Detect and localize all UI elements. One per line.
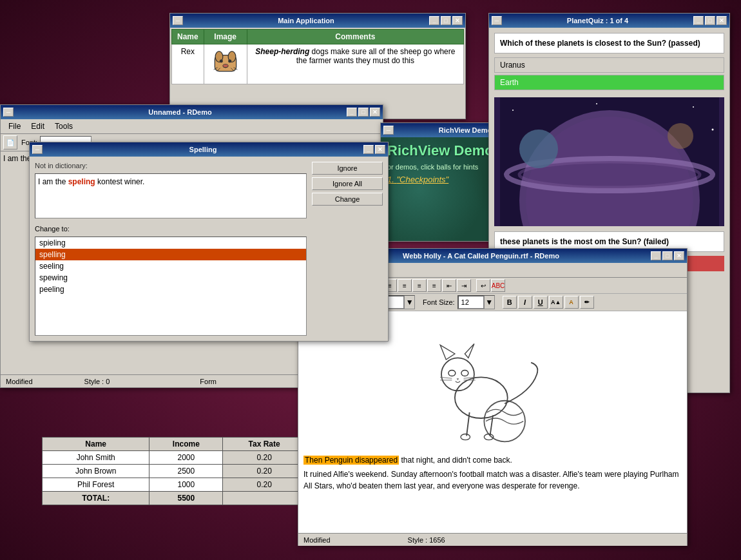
indent-more-btn[interactable]: ⇥ bbox=[457, 279, 471, 292]
color-btn[interactable]: A▲ bbox=[549, 296, 563, 309]
phil-forest-income: 1000 bbox=[149, 478, 223, 492]
earth-label: Earth bbox=[500, 78, 519, 87]
rdemo-minimize-btn[interactable]: _ bbox=[347, 108, 357, 117]
rex-image-cell bbox=[204, 44, 247, 84]
quiz-left-controls: ─ bbox=[492, 16, 502, 25]
rdemo-status-modified: Modified bbox=[6, 378, 33, 385]
richview-system-btn[interactable]: ─ bbox=[383, 126, 394, 135]
dog-icon bbox=[209, 47, 242, 79]
main-application-window: ─ Main Application _ □ ✕ Name Image Comm… bbox=[169, 13, 466, 119]
rdemo-close-btn[interactable]: ✕ bbox=[370, 108, 380, 117]
change-button[interactable]: Change bbox=[312, 193, 383, 206]
new-doc-btn[interactable]: 📄 bbox=[3, 135, 17, 150]
main-app-right-controls[interactable]: _ □ ✕ bbox=[429, 16, 463, 25]
paragraph-2: It ruined Alfie's weekend. Sunday aftern… bbox=[303, 468, 682, 492]
rdemo-maximize-btn[interactable]: □ bbox=[358, 108, 369, 117]
quiz-q2-text: these planets is the most om the Sun? (f… bbox=[500, 237, 669, 246]
webb-maximize-btn[interactable]: □ bbox=[662, 251, 673, 260]
suggestion-spieling[interactable]: spieling bbox=[35, 237, 306, 249]
main-app-close-btn[interactable]: ✕ bbox=[452, 16, 463, 25]
align-center-btn[interactable]: ≡ bbox=[398, 279, 412, 292]
webb-minimize-btn[interactable]: _ bbox=[651, 251, 661, 260]
webb-statusbar: Modified Style : 1656 bbox=[298, 533, 687, 546]
john-brown-rate: 0.20 bbox=[223, 465, 306, 478]
spelling-body: Not in dictionary: I am the speling kont… bbox=[30, 157, 388, 341]
align-justify-btn[interactable]: ≡ bbox=[427, 279, 441, 292]
spelling-text-after: kontest winer. bbox=[95, 177, 145, 186]
main-app-titlebar[interactable]: ─ Main Application _ □ ✕ bbox=[170, 14, 465, 28]
spelling-title: Spelling bbox=[43, 146, 363, 153]
quiz-minimize-btn[interactable]: _ bbox=[693, 16, 704, 25]
highlight-btn[interactable]: A bbox=[564, 296, 579, 309]
suggestion-peeling[interactable]: peeling bbox=[35, 284, 306, 295]
main-app-system-btn[interactable]: ─ bbox=[173, 16, 183, 25]
spelling-close-btn[interactable]: ✕ bbox=[375, 145, 385, 154]
undo-btn[interactable]: ↩ bbox=[476, 279, 490, 292]
underline-btn[interactable]: U bbox=[534, 296, 548, 309]
tax-name-header: Name bbox=[43, 438, 149, 451]
strikethrough-btn[interactable]: ✏ bbox=[580, 296, 594, 309]
file-menu[interactable]: File bbox=[3, 121, 26, 132]
total-rate bbox=[223, 492, 306, 505]
rdemo-right-controls[interactable]: _ □ ✕ bbox=[347, 108, 380, 117]
main-app-maximize-btn[interactable]: □ bbox=[441, 16, 451, 25]
link-text[interactable]: "Checkpoints" bbox=[396, 175, 448, 184]
main-app-left-controls: ─ bbox=[173, 16, 183, 25]
tax-row-phil-forest: Phil Forest 1000 0.20 bbox=[43, 478, 306, 492]
webb-right-controls[interactable]: _ □ ✕ bbox=[651, 251, 684, 260]
font-size-selector[interactable]: 12 ▼ bbox=[457, 295, 495, 309]
suggestion-spewing[interactable]: spewing bbox=[35, 272, 306, 284]
quiz-right-controls[interactable]: _ □ ✕ bbox=[693, 16, 727, 25]
planet-scene bbox=[500, 97, 719, 226]
quiz-system-btn[interactable]: ─ bbox=[492, 16, 502, 25]
main-app-minimize-btn[interactable]: _ bbox=[429, 16, 439, 25]
ignore-all-button[interactable]: Ignore All bbox=[312, 177, 383, 190]
rex-name-cell: Rex bbox=[172, 44, 204, 84]
rex-comments-cell: Sheep-herding dogs make sure all of the … bbox=[247, 44, 463, 84]
quiz-titlebar[interactable]: ─ PlanetQuiz : 1 of 4 _ □ ✕ bbox=[489, 14, 729, 28]
italic-btn[interactable]: I bbox=[518, 296, 532, 309]
rdemo-system-btn[interactable]: ─ bbox=[3, 108, 14, 117]
spelling-system-btn[interactable]: ─ bbox=[32, 145, 43, 154]
font-size-label: Font Size: bbox=[423, 298, 455, 306]
font-name-arrow[interactable]: ▼ bbox=[404, 296, 414, 309]
svg-point-19 bbox=[596, 103, 597, 104]
phil-forest-name: Phil Forest bbox=[43, 478, 149, 492]
main-app-content: Name Image Comments Rex bbox=[170, 28, 465, 86]
quiz-maximize-btn[interactable]: □ bbox=[705, 16, 715, 25]
spelling-minimize-btn[interactable]: _ bbox=[363, 145, 374, 154]
misspelled-word: speling bbox=[68, 177, 95, 186]
font-size-value[interactable]: 12 bbox=[458, 296, 484, 309]
webb-status-modified: Modified bbox=[303, 536, 331, 544]
quiz-divider bbox=[494, 92, 724, 97]
table-row: Rex bbox=[172, 44, 464, 84]
spelling-right-controls[interactable]: _ ✕ bbox=[363, 145, 385, 154]
bold-btn[interactable]: B bbox=[503, 296, 517, 309]
main-app-table: Name Image Comments Rex bbox=[171, 29, 464, 84]
ignore-button[interactable]: Ignore bbox=[312, 162, 383, 175]
tools-menu[interactable]: Tools bbox=[50, 121, 78, 132]
spelling-suggestions-list[interactable]: spieling spelling seeling spewing peelin… bbox=[35, 237, 307, 336]
suggestion-spelling[interactable]: spelling bbox=[35, 249, 306, 260]
webb-content: Then Penguin disappeared that night, and… bbox=[298, 311, 687, 533]
font-size-arrow[interactable]: ▼ bbox=[484, 296, 494, 309]
suggestion-seeling[interactable]: seeling bbox=[35, 260, 306, 272]
align-right-btn[interactable]: ≡ bbox=[412, 279, 427, 292]
spelling-left-controls: ─ bbox=[32, 145, 43, 154]
spelling-titlebar[interactable]: ─ Spelling _ ✕ bbox=[30, 142, 388, 157]
tax-table-container: Name Income Tax Rate John Smith 2000 0.2… bbox=[42, 437, 306, 505]
rdemo-titlebar[interactable]: ─ Unnamed - RDemo _ □ ✕ bbox=[1, 105, 383, 119]
spelling-textbox: I am the speling kontest winer. bbox=[35, 173, 307, 218]
svg-point-4 bbox=[228, 59, 231, 63]
quiz-option-earth[interactable]: Earth bbox=[494, 75, 724, 90]
spelling-text-before: I am the bbox=[38, 177, 68, 186]
spell-btn[interactable]: ABC bbox=[491, 279, 505, 292]
quiz-option-uranus[interactable]: Uranus bbox=[494, 57, 724, 73]
edit-menu[interactable]: Edit bbox=[26, 121, 50, 132]
john-smith-rate: 0.20 bbox=[223, 451, 306, 465]
paragraph-1: Then Penguin disappeared that night, and… bbox=[303, 456, 682, 465]
quiz-planet-bg bbox=[494, 97, 724, 226]
quiz-close-btn[interactable]: ✕ bbox=[717, 16, 727, 25]
webb-close-btn[interactable]: ✕ bbox=[674, 251, 684, 260]
indent-less-btn[interactable]: ⇤ bbox=[442, 279, 456, 292]
